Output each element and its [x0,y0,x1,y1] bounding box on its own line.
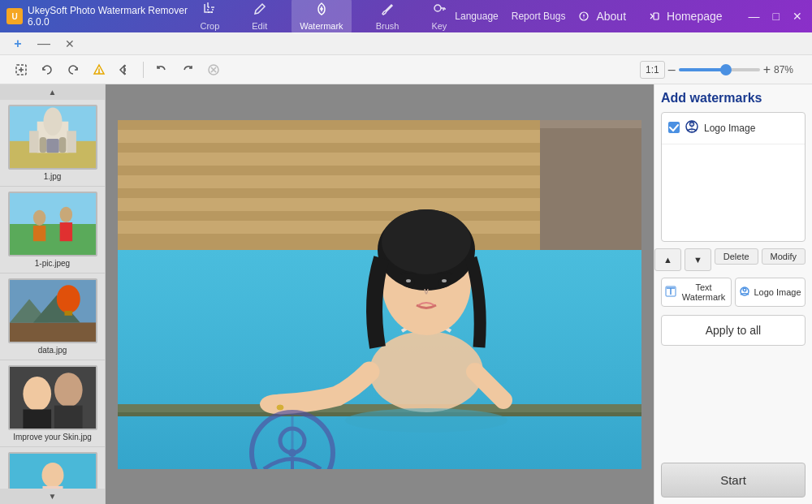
svg-rect-23 [59,222,71,241]
watermark-item[interactable]: Logo Image [662,113,805,144]
svg-point-66 [277,405,283,410]
panel-title: Add watermarks [661,91,806,106]
svg-point-28 [56,285,80,313]
rotate-right-button[interactable] [62,58,84,81]
about-link[interactable]: About [593,8,629,24]
move-down-button[interactable]: ▼ [685,248,711,271]
right-panel: Add watermarks L [654,84,812,504]
svg-rect-17 [46,139,58,153]
tab-crop[interactable]: Crop [192,0,227,34]
brush-icon [380,2,395,19]
thumbnail-label-2: 1-pic.jpeg [35,259,70,268]
tab-brush[interactable]: Brush [368,0,408,34]
thumbnail-2 [8,192,97,256]
window-controls: About Homepage — □ ✕ [575,6,806,26]
svg-rect-2 [208,7,213,12]
report-bugs-link[interactable]: Report Bugs [512,11,566,22]
tab-edit-label: Edit [252,21,267,31]
sidebar-scroll-up[interactable]: ▲ [0,84,105,100]
add-watermark-type-buttons: Text Watermark Logo Image [661,278,806,307]
zoom-minus-button[interactable]: – [668,62,676,77]
list-item[interactable]: data.jpg [0,274,105,360]
svg-text:U: U [11,12,17,21]
flip-button[interactable] [114,58,136,81]
select-tool-button[interactable] [10,58,32,81]
watermark-check [668,122,680,136]
tab-key-label: Key [431,21,447,31]
list-item[interactable]: 1.jpg [0,100,105,187]
warning-button[interactable] [88,58,110,81]
close-btn[interactable]: ✕ [789,8,806,24]
toolbar: 1:1 – + 87% [0,55,812,84]
svg-rect-15 [39,137,46,153]
svg-point-12 [43,107,62,136]
svg-point-22 [59,207,71,222]
canvas-area [106,84,654,504]
svg-point-7 [99,72,100,73]
logo-image-button[interactable]: Logo Image [735,278,806,307]
tab-watermark[interactable]: Watermark [292,0,351,34]
text-watermark-button[interactable]: Text Watermark [661,278,732,307]
rotate-left-button[interactable] [36,58,58,81]
svg-rect-25 [10,322,96,342]
tab-key[interactable]: Key [423,0,455,34]
zoom-slider[interactable] [679,68,760,71]
undo-button[interactable] [150,58,173,81]
watermark-item-label: Logo Image [704,123,755,134]
app-title: UkeySoft Photo Watermark Remover 6.0.0 [28,5,192,28]
header-right-links: Language Report Bugs [455,11,565,22]
svg-rect-29 [64,311,72,316]
redo-button[interactable] [176,58,199,81]
thumbnail-label-1: 1.jpg [44,172,62,181]
list-item[interactable]: Improve your Skin.jpg [0,360,105,447]
svg-point-31 [23,377,51,411]
svg-point-71 [288,449,296,457]
main-image [118,120,641,469]
nav-tabs: Crop Edit Watermark [192,0,455,34]
thumbnail-label-4: Improve your Skin.jpg [13,433,92,442]
sidebar-scroll-down[interactable]: ▼ [0,489,105,504]
maximize-btn[interactable]: □ [770,8,783,24]
logo-img-btn-icon [739,286,750,299]
svg-point-60 [382,209,471,274]
svg-rect-14 [67,131,76,153]
apply-all-button[interactable]: Apply to all [661,315,806,346]
thumbnail-3 [8,278,97,343]
zoom-plus-button[interactable]: + [763,62,771,77]
svg-rect-19 [10,224,96,256]
zoom-slider-container: – + [668,62,771,77]
delete-button[interactable]: Delete [715,248,758,265]
logo-image-icon [685,119,699,137]
svg-point-32 [54,373,82,407]
zoom-ratio[interactable]: 1:1 [640,61,665,79]
logo-image-label: Logo Image [754,287,801,297]
language-link[interactable]: Language [455,11,498,22]
clear-button[interactable] [202,58,225,81]
svg-rect-16 [58,137,66,153]
list-actions: ▲ ▼ Delete Modify [661,248,806,271]
svg-rect-13 [29,131,39,153]
remove-file-button[interactable]: — [32,34,55,54]
add-file-button[interactable]: + [6,34,29,54]
move-up-button[interactable]: ▲ [654,248,681,271]
text-watermark-label: Text Watermark [680,282,728,302]
minimize-btn[interactable]: — [745,8,763,24]
svg-point-20 [32,210,45,226]
close-file-button[interactable]: ✕ [58,34,81,54]
start-button[interactable]: Start [661,463,806,498]
svg-rect-5 [654,13,659,19]
thumbnail-label-3: data.jpg [38,346,67,355]
sidebar: ▲ 1.jpg [0,84,106,504]
file-action-bar: + — ✕ [0,32,812,55]
svg-point-63 [406,279,411,282]
tab-crop-label: Crop [200,21,219,31]
list-item[interactable]: 1-pic.jpeg [0,187,105,274]
main-content: ▲ 1.jpg [0,84,812,504]
tab-edit[interactable]: Edit [244,0,275,34]
title-bar: U UkeySoft Photo Watermark Remover 6.0.0… [0,0,812,32]
toolbar-separator-1 [143,62,144,78]
homepage-link[interactable]: Homepage [663,8,726,24]
key-icon [432,2,447,19]
modify-button[interactable]: Modify [762,248,806,265]
svg-point-37 [41,463,63,488]
